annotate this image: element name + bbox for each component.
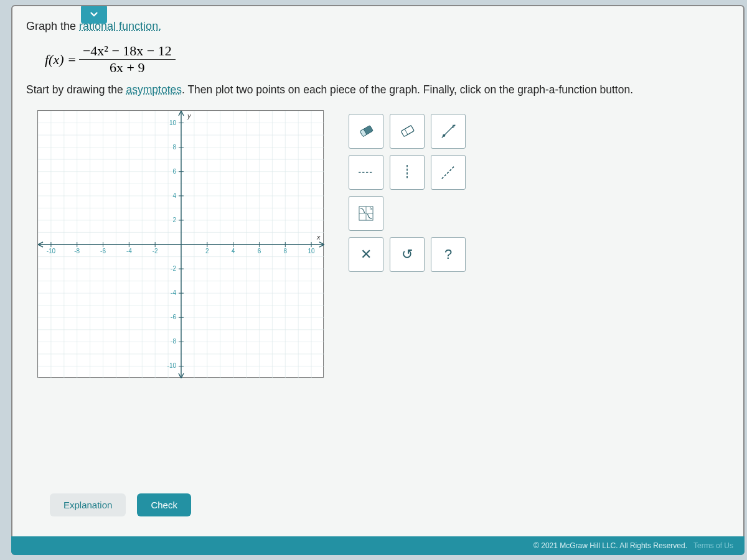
empty-slot — [390, 196, 425, 231]
collapse-chevron[interactable] — [81, 5, 107, 24]
svg-text:-10: -10 — [47, 248, 56, 254]
empty-slot — [431, 196, 466, 231]
equation-denominator: 6x + 9 — [106, 60, 148, 76]
check-button[interactable]: Check — [137, 493, 191, 516]
asymptotes-link[interactable]: asymptotes — [126, 83, 182, 96]
svg-text:-4: -4 — [171, 289, 176, 296]
svg-text:-8: -8 — [171, 338, 176, 345]
oblique-asymptote-tool[interactable] — [431, 155, 466, 190]
reset-icon: ↺ — [402, 246, 413, 263]
graph-canvas[interactable]: -10-8-6-4-2246810-10-8-6-4-2246810yx — [37, 110, 324, 378]
svg-text:x: x — [316, 233, 321, 241]
clear-tool[interactable]: ✕ — [349, 237, 383, 272]
svg-text:-6: -6 — [171, 314, 176, 320]
footer-bar: © 2021 McGraw Hill LLC. All Rights Reser… — [11, 536, 745, 555]
prompt-intro: Graph the — [26, 20, 79, 32]
help-icon: ? — [444, 246, 452, 263]
svg-text:-4: -4 — [126, 248, 132, 254]
svg-text:6: 6 — [172, 168, 176, 175]
equation-display: f(x) = −4x² − 18x − 12 6x + 9 — [45, 43, 730, 76]
equation-lhs: f(x) = — [45, 52, 77, 68]
svg-text:10: 10 — [169, 119, 177, 126]
svg-text:8: 8 — [283, 248, 287, 254]
svg-text:y: y — [187, 112, 192, 119]
prompt-line-2: Start by drawing the asymptotes. Then pl… — [26, 83, 730, 96]
reset-tool[interactable]: ↺ — [390, 237, 425, 272]
svg-line-98 — [442, 166, 454, 179]
svg-text:4: 4 — [232, 248, 235, 254]
svg-text:2: 2 — [172, 217, 176, 223]
svg-text:-2: -2 — [171, 265, 176, 272]
terms-link[interactable]: Terms of Us — [693, 541, 733, 550]
svg-text:2: 2 — [205, 248, 209, 254]
svg-line-93 — [405, 129, 408, 134]
svg-point-95 — [443, 134, 445, 137]
tool-palette: fx ✕ ↺ ? — [349, 114, 466, 272]
point-line-tool[interactable] — [431, 114, 466, 149]
svg-text:-2: -2 — [153, 248, 158, 254]
prompt-line-1: Graph the rational function. — [26, 20, 730, 33]
graph-function-tool[interactable]: fx — [349, 196, 383, 231]
svg-text:-6: -6 — [100, 248, 106, 254]
question-panel: Graph the rational function. f(x) = −4x²… — [11, 5, 745, 555]
svg-text:-10: -10 — [167, 362, 177, 369]
svg-text:fx: fx — [370, 207, 373, 210]
coordinate-grid: -10-8-6-4-2246810-10-8-6-4-2246810yx — [38, 111, 324, 378]
chevron-down-icon — [88, 9, 100, 20]
svg-text:-8: -8 — [74, 248, 80, 254]
explanation-button[interactable]: Explanation — [50, 493, 126, 516]
svg-text:4: 4 — [172, 192, 176, 199]
x-icon: ✕ — [360, 246, 372, 263]
vertical-asymptote-tool[interactable] — [390, 155, 425, 190]
help-tool[interactable]: ? — [431, 237, 466, 272]
eraser-outline-tool[interactable] — [390, 114, 425, 149]
svg-text:10: 10 — [308, 248, 316, 254]
equation-numerator: −4x² − 18x − 12 — [79, 43, 176, 60]
svg-text:6: 6 — [258, 248, 261, 254]
svg-text:8: 8 — [172, 144, 176, 151]
horizontal-asymptote-tool[interactable] — [349, 155, 383, 190]
eraser-fill-tool[interactable] — [349, 114, 383, 149]
svg-rect-92 — [401, 125, 414, 136]
copyright-text: © 2021 McGraw Hill LLC. All Rights Reser… — [533, 541, 687, 550]
